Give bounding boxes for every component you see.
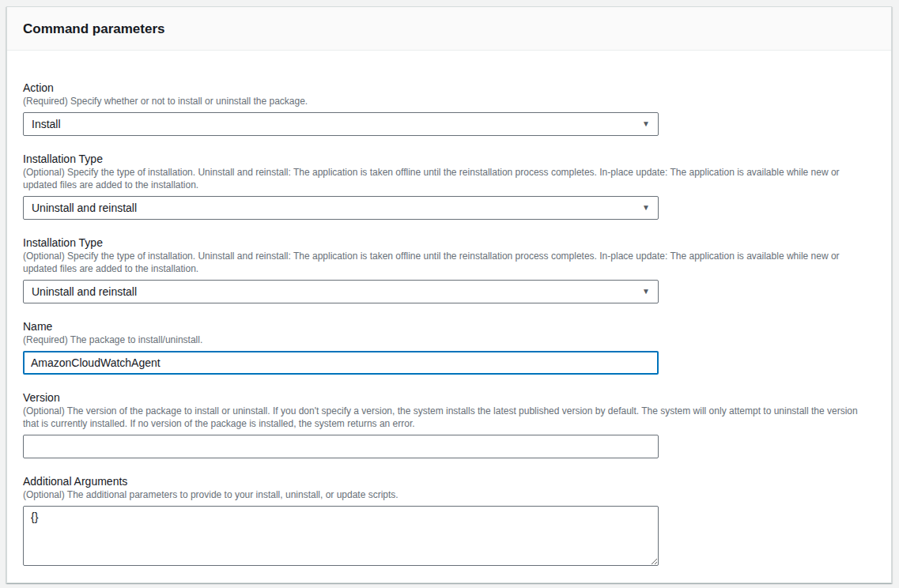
command-parameters-panel: Command parameters Action (Required) Spe… xyxy=(6,6,892,583)
action-select[interactable]: Install ▼ xyxy=(23,112,659,136)
installation-type-description: (Optional) Specify the type of installat… xyxy=(23,166,875,191)
panel-body: Action (Required) Specify whether or not… xyxy=(7,51,891,582)
installation-type-label: Installation Type xyxy=(23,152,875,166)
panel-title: Command parameters xyxy=(23,21,875,37)
version-label: Version xyxy=(23,390,875,405)
additional-arguments-description: (Optional) The additional parameters to … xyxy=(23,488,875,501)
caret-down-icon: ▼ xyxy=(642,120,650,128)
installation-type-2-description: (Optional) Specify the type of installat… xyxy=(23,250,875,275)
panel-header: Command parameters xyxy=(7,7,891,51)
installation-type-2-select[interactable]: Uninstall and reinstall ▼ xyxy=(23,280,659,303)
installation-type-select[interactable]: Uninstall and reinstall ▼ xyxy=(23,196,659,220)
caret-down-icon: ▼ xyxy=(642,204,650,212)
action-description: (Required) Specify whether or not to ins… xyxy=(23,95,875,107)
field-group-installation-type: Installation Type (Optional) Specify the… xyxy=(23,152,875,220)
version-input[interactable] xyxy=(23,435,659,458)
field-group-installation-type-2: Installation Type (Optional) Specify the… xyxy=(23,236,875,303)
caret-down-icon: ▼ xyxy=(642,288,650,296)
field-group-action: Action (Required) Specify whether or not… xyxy=(23,81,875,136)
field-group-additional-arguments: Additional Arguments (Optional) The addi… xyxy=(23,474,875,566)
action-select-value: Install xyxy=(32,118,61,130)
installation-type-2-label: Installation Type xyxy=(23,236,875,250)
field-group-version: Version (Optional) The version of the pa… xyxy=(23,390,875,458)
name-input[interactable] xyxy=(23,351,659,375)
name-label: Name xyxy=(23,319,875,334)
additional-arguments-label: Additional Arguments xyxy=(23,474,875,488)
version-description: (Optional) The version of the package to… xyxy=(23,405,875,430)
installation-type-2-select-value: Uninstall and reinstall xyxy=(32,285,137,298)
name-description: (Required) The package to install/uninst… xyxy=(23,334,875,346)
installation-type-select-value: Uninstall and reinstall xyxy=(32,202,137,214)
field-group-name: Name (Required) The package to install/u… xyxy=(23,319,875,375)
action-label: Action xyxy=(23,81,875,95)
additional-arguments-textarea[interactable]: {} xyxy=(23,506,659,566)
